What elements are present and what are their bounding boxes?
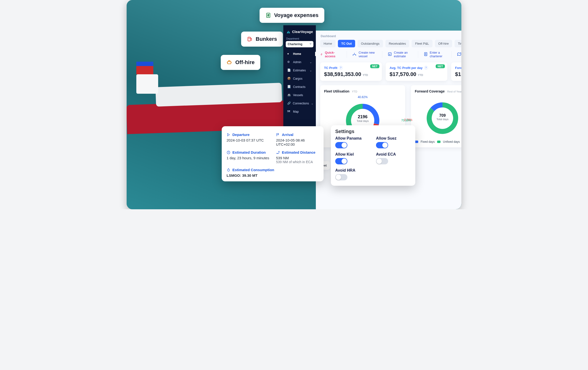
distance-label: Estimated Distance [282, 150, 315, 154]
net-badge: NET [370, 64, 379, 68]
svg-point-5 [425, 54, 426, 54]
duration-label: Estimated Duration [232, 150, 266, 154]
tab-home[interactable]: Home [320, 40, 336, 47]
pct-c: 70.38% [401, 119, 411, 122]
ship-bridge [136, 74, 158, 94]
chart-subtitle: Rest of Year [447, 90, 461, 93]
tab-tc-out[interactable]: TC Out [338, 40, 355, 47]
forward-coverage-card: Forward Coverage Rest of Year 709 Total … [411, 85, 461, 147]
toggle[interactable] [376, 142, 388, 148]
nav-label: Cargos [293, 77, 303, 80]
toggle[interactable] [335, 158, 347, 164]
divider [382, 51, 382, 58]
setting-label: Allow Kiel [335, 152, 370, 157]
quick-access-enter-a-charterer[interactable]: Enter a charterer [423, 51, 446, 58]
setting-label: Avoid HRA [335, 168, 370, 173]
quick-icon [388, 52, 392, 57]
drop-icon [227, 168, 231, 172]
document-dollar-icon [265, 12, 271, 18]
departure-value: 2024-10-03 07:37 UTC [227, 138, 269, 142]
nav-label: Home [293, 52, 301, 55]
quick-access-row: Quick-access Create new vesselCreate an … [320, 51, 461, 58]
nav-label: Admin [293, 60, 301, 64]
tab-receivables[interactable]: Receivables [386, 40, 410, 47]
pill-bunkers[interactable]: Bunkers [241, 32, 283, 47]
voyage-details-panel: Departure 2024-10-03 07:37 UTC Arrival 2… [222, 126, 324, 181]
legend-unfixed: Unfixed days [443, 140, 460, 143]
info-icon[interactable]: ? [424, 66, 428, 70]
setting-avoid-hra: Avoid HRA [335, 168, 370, 181]
chart-title: Forward Coverage [415, 89, 445, 93]
toggle-knob [377, 159, 382, 164]
legend-swatch-unfixed [437, 141, 441, 143]
quick-access-create-an-estimate[interactable]: Create an estimate [388, 51, 413, 58]
legend-swatch-fixed [415, 141, 418, 143]
kpi-suffix: YTD [418, 74, 423, 76]
toggle-knob [342, 142, 347, 148]
setting-label: Allow Panama [335, 136, 370, 141]
chevron-down-icon: ⌄ [311, 102, 313, 105]
route-icon [276, 151, 280, 154]
arrival-heading: Arrival [276, 132, 319, 137]
sidebar-item-connections[interactable]: 🔗Connections⌄ [286, 100, 313, 107]
quick-access-label: Quick-access [320, 51, 341, 58]
nav-icon: ⚙ [287, 60, 291, 64]
pill-voyage-expenses[interactable]: Voyage expenses [260, 8, 324, 23]
department-value: Chartering [288, 43, 303, 46]
toggle[interactable] [335, 142, 347, 148]
settings-grid: Allow PanamaAllow SuezAllow KielAvoid EC… [335, 136, 411, 181]
info-icon[interactable]: ? [339, 66, 343, 70]
departure-label: Departure [232, 132, 250, 137]
donut-center: 709 Total days [436, 113, 449, 121]
tabs: HomeTC OutOutstandingsReceivablesFleet P… [320, 40, 461, 47]
consumption-label: Estimated Consumption [232, 168, 274, 172]
engine-icon [227, 59, 232, 65]
donut-value: 2196 [357, 114, 369, 120]
tab-outstandings[interactable]: Outstandings [357, 40, 383, 47]
nav-icon: 📄 [287, 68, 291, 72]
tab-off-hire[interactable]: Off-hire [435, 40, 452, 47]
sidebar-item-map[interactable]: 🗺Map [286, 108, 313, 115]
consumption-value: LSMGO: 39.30 MT [227, 173, 319, 177]
map-icon [457, 52, 461, 57]
tab-timeli[interactable]: Timeli [455, 40, 461, 47]
sidebar-item-cargos[interactable]: 📦Cargos [286, 75, 313, 82]
divider [347, 51, 347, 58]
quick-access-text: Quick-access [325, 51, 341, 58]
quick-access-create-new-vessel[interactable]: Create new vessel [352, 51, 377, 58]
toggle[interactable] [335, 174, 347, 180]
kpi-title: Avg. TC Profit per day ? [389, 66, 443, 70]
kpi-title: TC Profit ? [324, 66, 378, 70]
donut-value: 709 [436, 113, 449, 118]
pct-a: 40.82% [358, 95, 368, 99]
nav-icon: 📦 [287, 77, 291, 81]
departure-heading: Departure [227, 132, 269, 137]
donut-label: Total days [357, 120, 369, 122]
legend: Fixed days Unfixed days [415, 140, 461, 143]
svg-rect-2 [228, 61, 231, 64]
pill-label: Off-hire [235, 59, 254, 65]
stage: Voyage expenses Bunkers Off-hire ClearVo… [127, 0, 461, 209]
department-label: Department: [286, 37, 313, 40]
distance-value: 539 NM [276, 156, 319, 160]
sidebar-item-estimates[interactable]: 📄Estimates⌄ [286, 67, 313, 74]
nav-icon: 🗺 [287, 110, 291, 114]
sidebar-item-home[interactable]: ●Home [286, 50, 313, 57]
toggle[interactable] [376, 158, 388, 164]
pill-off-hire[interactable]: Off-hire [221, 55, 260, 70]
distance-sub: 539 NM of which in ECA [276, 160, 319, 164]
department-select[interactable]: Chartering [286, 41, 313, 47]
quick-label: Enter a charterer [430, 51, 446, 58]
sidebar-item-admin[interactable]: ⚙Admin⌄ [286, 58, 313, 66]
toggle-knob [336, 174, 341, 180]
tab-fleet-p-l[interactable]: Fleet P&L [412, 40, 432, 47]
sidebar-item-contracts[interactable]: 📃Contracts [286, 83, 313, 91]
divider [452, 51, 452, 58]
quick-access-map[interactable] [457, 52, 461, 57]
arrival-value: 2024-10-05 08:46 UTC+02:00 [276, 138, 319, 146]
sidebar-item-vessels[interactable]: 🚢Vessels [286, 92, 313, 99]
net-badge: NET [436, 64, 445, 68]
donut-chart: 709 Total days 70.38% [415, 96, 461, 138]
nav-label: Map [293, 110, 299, 113]
kpi-value: $1,5 [455, 71, 461, 77]
